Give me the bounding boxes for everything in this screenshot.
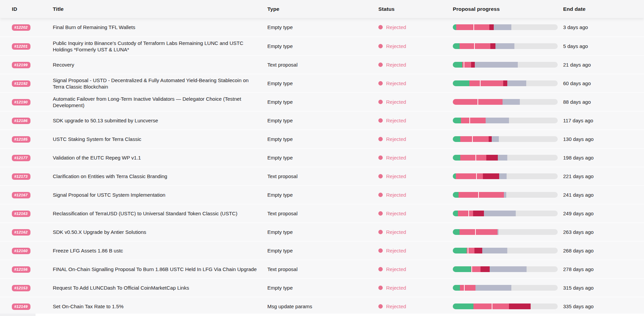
abstain-votes-segment (507, 80, 526, 86)
yes-votes-segment (453, 285, 460, 291)
proposal-title: Public Inquiry into Binance’s Custody of… (53, 40, 267, 53)
proposal-status: Rejected (378, 24, 453, 30)
proposal-status: Rejected (378, 154, 453, 161)
table-row[interactable]: #12186 SDK upgrade to 50.13 submitted by… (0, 111, 644, 129)
proposal-type: Empty type (267, 229, 378, 235)
no-votes-segment (460, 136, 489, 142)
proposal-status: Rejected (378, 192, 453, 198)
status-dot-icon (378, 44, 383, 48)
proposal-id-badge: #12192 (12, 80, 30, 87)
table-row[interactable]: #12153 Request To Add LUNCDash To Offici… (0, 278, 644, 297)
proposal-status: Rejected (378, 266, 453, 272)
proposal-id-badge: #12199 (12, 62, 30, 69)
yes-votes-segment (453, 248, 467, 253)
no-votes-segment (461, 118, 486, 123)
proposal-end-date: 5 days ago (563, 43, 634, 49)
table-row[interactable]: #12160 Freeze LFG Assets 1.86 B ustc Emp… (0, 241, 644, 260)
table-row[interactable]: #12177 Validation of the EUTC Repeg WP v… (0, 148, 644, 167)
proposal-type: Msg update params (267, 303, 378, 310)
threshold-marker (468, 248, 468, 253)
vote-progress-bar (453, 285, 558, 291)
horizontal-scrollbar[interactable] (0, 314, 644, 316)
table-row[interactable]: #12149 Set On-Chain Tax Rate to 1.5% Msg… (0, 297, 644, 315)
yes-votes-segment (453, 24, 456, 30)
veto-votes-segment (489, 24, 494, 30)
proposal-title: Request To Add LUNCDash To Official Coin… (53, 285, 267, 291)
vote-progress-bar (453, 173, 558, 179)
table-row[interactable]: #12162 SDK v0.50.X Upgrade by Antier Sol… (0, 222, 644, 241)
table-row[interactable]: #12156 FINAL On-Chain Signalling Proposa… (0, 260, 644, 278)
status-dot-icon (378, 286, 383, 290)
proposal-type: Empty type (267, 24, 378, 30)
threshold-marker (469, 118, 470, 123)
abstain-votes-segment (490, 266, 527, 272)
abstain-votes-segment (486, 118, 509, 123)
status-label: Rejected (386, 24, 406, 30)
proposal-id-badge: #12177 (12, 155, 30, 162)
proposal-type: Empty type (267, 192, 378, 198)
table-row[interactable]: #12202 Final Burn of Remaining TFL Walle… (0, 18, 644, 37)
status-dot-icon (378, 63, 383, 67)
proposal-type: Text proposal (267, 173, 378, 179)
column-header-status: Status (378, 6, 453, 12)
proposal-end-date: 335 days ago (563, 303, 634, 310)
threshold-marker (473, 24, 474, 30)
proposal-status: Rejected (378, 210, 453, 217)
status-label: Rejected (386, 99, 406, 105)
proposal-type: Empty type (267, 43, 378, 49)
proposal-title: SDK upgrade to 50.13 submitted by Luncve… (53, 117, 267, 124)
abstain-votes-segment (482, 248, 507, 253)
proposal-title: Set On-Chain Tax Rate to 1.5% (53, 303, 267, 310)
vote-progress-bar (453, 248, 558, 253)
yes-votes-segment (453, 266, 471, 272)
proposal-title: FINAL On-Chain Signalling Proposal To Bu… (53, 266, 267, 272)
table-row[interactable]: #12201 Public Inquiry into Binance’s Cus… (0, 37, 644, 55)
status-dot-icon (378, 81, 383, 86)
yes-votes-segment (453, 229, 460, 235)
table-row[interactable]: #12185 USTC Staking System for Terra Cla… (0, 129, 644, 148)
proposal-type: Empty type (267, 99, 378, 105)
vote-progress-bar (453, 303, 558, 309)
status-label: Rejected (386, 247, 406, 254)
vote-progress-bar (453, 99, 558, 105)
status-dot-icon (378, 174, 383, 178)
table-row[interactable]: #12192 Signal Proposal - USTD - Decentra… (0, 74, 644, 92)
table-row[interactable]: #12199 Recovery Text proposal Rejected 2… (0, 55, 644, 74)
abstain-votes-segment (499, 173, 507, 179)
threshold-marker (475, 155, 476, 161)
proposal-title: Freeze LFG Assets 1.86 B ustc (53, 247, 267, 254)
proposal-title: Reclassification of TerraUSD (USTC) to U… (53, 210, 267, 217)
status-dot-icon (378, 155, 383, 160)
status-dot-icon (378, 248, 383, 253)
proposal-id-badge: #12186 (12, 118, 30, 124)
status-label: Rejected (386, 229, 406, 235)
threshold-marker (476, 173, 477, 179)
table-row[interactable]: #12190 Automatic Failover from Long-Term… (0, 92, 644, 111)
yes-votes-segment (453, 62, 462, 68)
vote-progress-bar (453, 62, 558, 68)
status-label: Rejected (386, 117, 406, 124)
proposal-status: Rejected (378, 229, 453, 235)
veto-votes-segment (481, 266, 490, 272)
proposal-end-date: 241 days ago (563, 192, 634, 198)
proposal-end-date: 88 days ago (563, 99, 634, 105)
vote-progress-bar (453, 229, 558, 235)
proposal-end-date: 221 days ago (563, 173, 634, 179)
table-row[interactable]: #12163 Reclassification of TerraUSD (UST… (0, 204, 644, 222)
vote-progress-bar (453, 211, 558, 216)
scrollbar-thumb[interactable] (0, 314, 36, 316)
status-label: Rejected (386, 43, 406, 49)
threshold-marker (475, 229, 476, 235)
threshold-marker (471, 266, 472, 272)
table-row[interactable]: #12167 Signal Proposal for USTC System I… (0, 185, 644, 204)
proposal-id-badge: #12185 (12, 136, 30, 143)
veto-votes-segment (486, 155, 498, 161)
no-votes-segment (469, 80, 503, 86)
abstain-votes-segment (503, 99, 520, 105)
no-votes-segment (473, 303, 509, 309)
abstain-votes-segment (494, 24, 511, 30)
no-votes-segment (459, 192, 504, 198)
table-row[interactable]: #12173 Clarification on Entities with Te… (0, 167, 644, 185)
veto-votes-segment (474, 248, 482, 253)
status-label: Rejected (386, 62, 406, 68)
